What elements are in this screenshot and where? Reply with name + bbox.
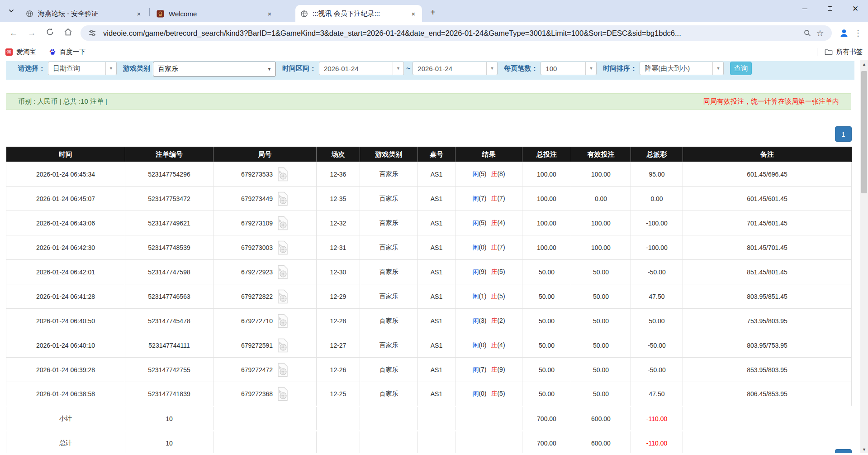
- video-record-icon[interactable]: [277, 363, 289, 377]
- cell-total-bet-link[interactable]: 50.00: [522, 382, 571, 407]
- scrollbar-thumb[interactable]: [861, 71, 867, 193]
- tab-haiyan-forum[interactable]: 海燕论坛 - 安全验证 ×: [21, 5, 147, 22]
- url-text[interactable]: videoie.com/game/betrecord_search/kind3?…: [103, 29, 801, 38]
- site-info-icon[interactable]: [86, 27, 99, 39]
- bookmark-taobao[interactable]: 淘 爱淘宝: [5, 48, 36, 56]
- filter-select-label: 请选择：: [18, 62, 45, 75]
- currency-total-text: 币别 : 人民币 | 总共 :10 注单 |: [18, 97, 107, 106]
- cell-remark: 851.45/801.45: [683, 260, 852, 284]
- cell-total-bet-link[interactable]: 50.00: [522, 309, 571, 333]
- all-bookmarks-button[interactable]: 所有书签: [825, 48, 863, 56]
- date-range-label: 时间区间：: [282, 62, 316, 75]
- cell-payout: -100.00: [631, 235, 683, 260]
- video-record-icon[interactable]: [277, 167, 289, 182]
- back-button[interactable]: ←: [6, 25, 21, 41]
- close-icon[interactable]: ×: [409, 10, 417, 18]
- forward-button[interactable]: →: [24, 25, 39, 41]
- cell-time: 2026-01-24 06:42:30: [6, 235, 125, 260]
- scroll-down-arrow-icon[interactable]: ▼: [860, 445, 868, 453]
- vertical-scrollbar[interactable]: ▲ ▼: [860, 60, 868, 453]
- minimize-button[interactable]: [792, 0, 817, 17]
- table-header-row: 时间注单编号局号场次游戏类别桌号结果总投注有效投注总派彩备注: [6, 147, 852, 162]
- cell-time: 2026-01-24 06:39:28: [6, 358, 125, 382]
- video-record-icon[interactable]: [277, 338, 289, 353]
- sort-select[interactable]: 降幂(由大到小) ▼: [640, 62, 724, 75]
- star-bookmark-icon[interactable]: ☆: [814, 27, 826, 39]
- query-type-select[interactable]: 日期查询 ▼: [48, 62, 117, 75]
- video-record-icon[interactable]: [277, 265, 289, 279]
- cell-round-id: 679272591: [213, 333, 317, 358]
- cell-bet-id: 523147747598: [125, 260, 213, 284]
- cell-table-no: AS1: [418, 382, 455, 407]
- cell-remark: 801.45/701.45: [683, 235, 852, 260]
- close-icon[interactable]: ×: [266, 10, 274, 18]
- maximize-button[interactable]: [817, 0, 843, 17]
- browser-toolbar: ← → videoie.com/game/betrecord_search/ki…: [0, 22, 868, 44]
- cell-result: 闲(0) 庄(5): [455, 382, 522, 407]
- cell-total-bet-link[interactable]: 100.00: [522, 187, 571, 211]
- video-record-icon[interactable]: [277, 387, 289, 401]
- tab-welcome[interactable]: Welcome ×: [152, 5, 278, 22]
- date-end-select[interactable]: 2026-01-24 ▼: [413, 62, 498, 75]
- new-tab-button[interactable]: +: [427, 6, 439, 19]
- pagination-page-1-bottom[interactable]: 1: [835, 449, 852, 453]
- summary-row: 小计 10 700.00 600.00 -110.00: [6, 407, 852, 431]
- column-header: 游戏类别: [360, 147, 418, 162]
- all-bookmarks-label: 所有书签: [836, 48, 863, 56]
- cell-bet-id: 523147744111: [125, 333, 213, 358]
- cell-payout: -100.00: [631, 211, 683, 235]
- video-record-icon[interactable]: [277, 240, 289, 255]
- date-start-select[interactable]: 2026-01-24 ▼: [319, 62, 404, 75]
- close-icon: ✕: [852, 5, 859, 13]
- cell-valid-bet: 50.00: [571, 309, 631, 333]
- cell-session: 12-26: [317, 358, 360, 382]
- video-record-icon[interactable]: [277, 314, 289, 328]
- tab-search-button[interactable]: [5, 5, 18, 19]
- close-icon[interactable]: ×: [135, 10, 143, 18]
- chevron-down-icon: ▼: [585, 62, 596, 75]
- scroll-up-arrow-icon[interactable]: ▲: [860, 60, 868, 68]
- video-record-icon[interactable]: [277, 289, 289, 304]
- game-type-select[interactable]: 百家乐 ▼: [153, 62, 276, 77]
- cell-table-no: AS1: [418, 187, 455, 211]
- baidu-paw-icon: [49, 48, 56, 56]
- home-button[interactable]: [60, 25, 76, 41]
- cell-bet-id: 523147742755: [125, 358, 213, 382]
- bookmark-baidu[interactable]: 百度一下: [49, 48, 86, 56]
- cell-session: 12-36: [317, 162, 360, 187]
- cell-total-bet-link[interactable]: 50.00: [522, 333, 571, 358]
- cell-total-bet-link[interactable]: 100.00: [522, 162, 571, 187]
- page-size-select[interactable]: 100 ▼: [541, 62, 597, 75]
- column-header: 桌号: [418, 147, 455, 162]
- cell-total-bet-link[interactable]: 50.00: [522, 284, 571, 309]
- video-record-icon[interactable]: [277, 216, 289, 230]
- game-type-label: 游戏类别: [123, 62, 150, 75]
- cell-remark: 803.95/753.95: [683, 333, 852, 358]
- cell-game-type: 百家乐: [360, 382, 418, 407]
- cell-session: 12-31: [317, 235, 360, 260]
- url-bar[interactable]: videoie.com/game/betrecord_search/kind3?…: [81, 25, 832, 41]
- tab-bet-records-active[interactable]: :::视讯 会员下注纪录::: ×: [295, 5, 422, 22]
- cell-total-bet-link[interactable]: 100.00: [522, 211, 571, 235]
- result-banker: 庄(7): [491, 244, 505, 251]
- round-number: 679273449: [241, 195, 273, 202]
- reload-button[interactable]: [42, 25, 57, 41]
- cell-total-bet-link[interactable]: 50.00: [522, 358, 571, 382]
- query-button[interactable]: 查询: [730, 62, 752, 75]
- table-row: 2026-01-24 06:42:30 523147748539 6792730…: [6, 235, 852, 260]
- table-row: 2026-01-24 06:39:28 523147742755 6792724…: [6, 358, 852, 382]
- column-header: 总派彩: [631, 147, 683, 162]
- cell-total-bet-link[interactable]: 50.00: [522, 260, 571, 284]
- profile-avatar-icon[interactable]: [836, 25, 852, 41]
- cell-session: 12-30: [317, 260, 360, 284]
- cell-total-bet-link[interactable]: 100.00: [522, 235, 571, 260]
- table-row: 2026-01-24 06:40:50 523147745478 6792727…: [6, 309, 852, 333]
- pagination-page-1[interactable]: 1: [835, 126, 852, 142]
- chevron-down-icon: ▼: [105, 62, 116, 75]
- cell-time: 2026-01-24 06:40:50: [6, 309, 125, 333]
- close-window-button[interactable]: ✕: [843, 0, 868, 17]
- video-record-icon[interactable]: [277, 192, 289, 206]
- cell-valid-bet: 50.00: [571, 382, 631, 407]
- three-dot-menu-icon[interactable]: ⋮: [853, 28, 863, 38]
- zoom-magnifier-icon[interactable]: [801, 27, 814, 39]
